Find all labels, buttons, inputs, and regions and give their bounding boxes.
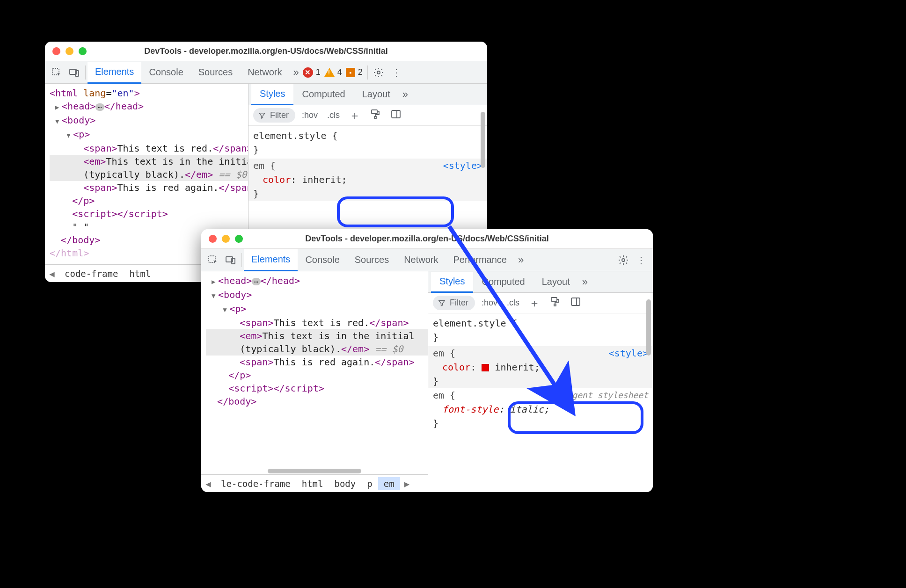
tab-console[interactable]: Console (298, 249, 347, 271)
tab-elements[interactable]: Elements (88, 62, 141, 84)
status-badges[interactable]: ✕1 4 ▪2 (303, 67, 365, 78)
tab-sources[interactable]: Sources (191, 61, 240, 83)
maximize-window-icon[interactable] (235, 235, 243, 243)
device-toolbar-icon[interactable] (222, 251, 240, 269)
styles-tab-computed[interactable]: Computed (473, 271, 533, 292)
breadcrumb-item[interactable]: code-frame (59, 267, 124, 280)
prop-font-style[interactable]: font-style (442, 404, 498, 415)
prop-color[interactable]: color (442, 362, 470, 373)
new-rule-icon[interactable]: ＋ (526, 295, 543, 312)
settings-icon[interactable] (614, 251, 632, 269)
more-tabs-icon[interactable]: » (514, 254, 527, 266)
selected-node[interactable]: <em>This text is in the initial (206, 329, 428, 342)
kebab-menu-icon[interactable]: ⋮ (387, 64, 405, 81)
more-styles-tabs-icon[interactable]: » (578, 276, 592, 288)
tab-console[interactable]: Console (141, 61, 190, 83)
span1-open[interactable]: <span> (83, 143, 117, 154)
panel-toggle-icon[interactable] (387, 108, 404, 123)
ellipsis-icon[interactable]: ⋯ (252, 278, 260, 285)
paint-icon[interactable] (547, 295, 563, 311)
inspect-icon[interactable] (204, 251, 222, 269)
scrollbar[interactable] (481, 112, 485, 168)
dom-panel[interactable]: ▶<head>⋯</head> ▼<body> ▼<p> <span>This … (201, 271, 428, 492)
styles-tab-layout[interactable]: Layout (533, 271, 578, 292)
p-open[interactable]: <p> (229, 303, 246, 314)
tab-sources[interactable]: Sources (347, 249, 396, 271)
panel-toggle-icon[interactable] (567, 295, 584, 311)
prop-color[interactable]: color (263, 174, 291, 185)
scrollbar[interactable] (268, 469, 361, 473)
more-tabs-icon[interactable]: » (290, 66, 303, 79)
close-window-icon[interactable] (52, 47, 60, 55)
element-style-selector[interactable]: element.style { (433, 318, 518, 329)
head-open[interactable]: <head> (62, 101, 95, 112)
tab-network[interactable]: Network (396, 249, 446, 271)
value-inherit[interactable]: inherit; (495, 362, 540, 373)
svg-rect-2 (75, 71, 79, 76)
new-rule-icon[interactable]: ＋ (346, 107, 363, 124)
styles-rules[interactable]: element.style { } <style> em { color: in… (428, 313, 653, 492)
inspect-icon[interactable] (48, 64, 66, 81)
em-selector[interactable]: em { (433, 348, 455, 359)
kebab-menu-icon[interactable]: ⋮ (632, 251, 650, 269)
hov-button[interactable]: :hov (479, 297, 500, 309)
traffic-lights[interactable] (52, 47, 87, 55)
device-toolbar-icon[interactable] (66, 64, 83, 81)
tab-elements[interactable]: Elements (244, 249, 298, 271)
em-selector-ua[interactable]: em { (433, 390, 455, 401)
minimize-window-icon[interactable] (222, 235, 230, 243)
titlebar: DevTools - developer.mozilla.org/en-US/d… (45, 42, 487, 61)
value-italic[interactable]: italic; (510, 404, 549, 415)
settings-icon[interactable] (370, 64, 387, 81)
scrollbar[interactable] (646, 299, 651, 356)
styles-filter[interactable]: Filter (253, 108, 295, 123)
breadcrumb-item-selected[interactable]: em (378, 477, 400, 490)
body-open[interactable]: <body> (62, 115, 95, 126)
breadcrumb-item[interactable]: html (124, 267, 156, 280)
main-tabbar: Elements Console Sources Network » ✕1 4 … (45, 61, 487, 84)
warning-icon[interactable] (324, 68, 335, 77)
cls-button[interactable]: .cls (324, 109, 343, 121)
body-open[interactable]: <body> (218, 289, 252, 300)
filter-placeholder: Filter (450, 298, 468, 308)
ellipsis-icon[interactable]: ⋯ (95, 103, 104, 111)
breadcrumb-item[interactable]: p (361, 477, 378, 490)
paint-icon[interactable] (367, 108, 384, 123)
styles-panel: Styles Computed Layout » Filter :hov .cl… (428, 271, 653, 492)
styles-tab-styles[interactable]: Styles (431, 272, 473, 293)
value-inherit[interactable]: inherit; (302, 174, 347, 185)
error-icon[interactable]: ✕ (303, 67, 313, 78)
breadcrumb-next-icon[interactable]: ▶ (400, 477, 414, 490)
tab-network[interactable]: Network (240, 61, 289, 83)
maximize-window-icon[interactable] (79, 47, 87, 55)
source-link[interactable]: <style> (609, 346, 648, 360)
em-selector[interactable]: em { (253, 160, 276, 171)
cls-button[interactable]: .cls (504, 297, 522, 309)
issue-icon[interactable]: ▪ (346, 68, 355, 77)
element-style-selector[interactable]: element.style { (253, 130, 338, 141)
styles-tab-layout[interactable]: Layout (354, 84, 399, 105)
color-swatch-icon[interactable] (482, 364, 489, 371)
breadcrumb-prev-icon[interactable]: ◀ (45, 267, 59, 280)
tab-performance[interactable]: Performance (446, 249, 515, 271)
svg-rect-11 (551, 298, 557, 301)
source-link[interactable]: <style> (443, 159, 482, 173)
styles-filter[interactable]: Filter (433, 296, 475, 310)
breadcrumb-item[interactable]: body (329, 477, 361, 490)
selected-node[interactable]: <em>This text is in the initial (50, 155, 248, 168)
styles-tab-styles[interactable]: Styles (251, 84, 293, 105)
traffic-lights[interactable] (209, 235, 243, 243)
styles-tabbar: Styles Computed Layout » (428, 271, 653, 293)
more-styles-tabs-icon[interactable]: » (399, 88, 412, 101)
breadcrumb-item[interactable]: le-code-frame (215, 477, 296, 490)
head-open[interactable]: <head> (218, 275, 252, 286)
titlebar: DevTools - developer.mozilla.org/en-US/d… (201, 229, 653, 249)
hov-button[interactable]: :hov (299, 109, 321, 121)
p-open[interactable]: <p> (73, 129, 90, 140)
breadcrumb-item[interactable]: html (296, 477, 329, 490)
breadcrumb-prev-icon[interactable]: ◀ (201, 477, 215, 490)
close-window-icon[interactable] (209, 235, 217, 243)
styles-tab-computed[interactable]: Computed (293, 84, 353, 105)
breadcrumbs[interactable]: ◀ le-code-frame html body p em ▶ (201, 474, 428, 492)
minimize-window-icon[interactable] (66, 47, 73, 55)
